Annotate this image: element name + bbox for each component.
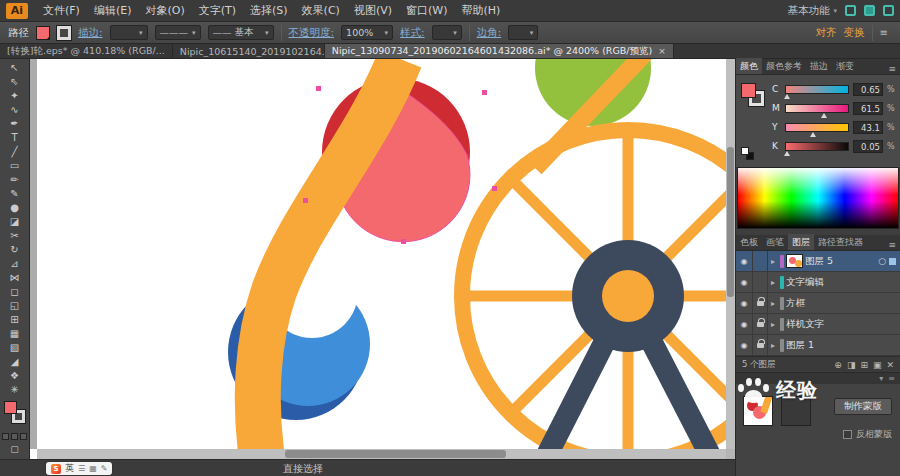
menu-effect[interactable]: 效果(C) [295, 0, 347, 22]
tab-stroke[interactable]: 描边 [806, 58, 832, 74]
tab-layers[interactable]: 图层 [788, 234, 814, 250]
expand-arrow-icon[interactable]: ▸ [768, 278, 778, 287]
type-tool[interactable]: T [1, 131, 29, 145]
workspace-switcher[interactable]: 基本功能▾ [787, 4, 837, 18]
invert-mask-checkbox[interactable] [843, 430, 852, 439]
pen-tool[interactable]: ✒ [1, 117, 29, 131]
horizontal-scrollbar[interactable] [37, 449, 726, 459]
visibility-toggle[interactable]: ◉ [736, 272, 753, 293]
slider-thumb[interactable] [821, 113, 827, 118]
shape-builder-tool[interactable]: ◱ [1, 299, 29, 313]
cs-services-icon[interactable] [883, 5, 894, 16]
tab-swatches[interactable]: 色板 [736, 234, 762, 250]
layer-name[interactable]: 图层 5 [805, 255, 878, 268]
stroke-color-swatch[interactable] [57, 26, 71, 40]
ime-keyboard-icon[interactable]: ▦ [89, 464, 97, 473]
lock-toggle[interactable] [753, 272, 768, 293]
gradient-tool[interactable]: ▧ [1, 341, 29, 355]
panel-menu-icon[interactable]: ≡ [880, 27, 888, 38]
vertical-scrollbar[interactable] [726, 59, 735, 449]
blend-tool[interactable]: ❖ [1, 369, 29, 383]
layer-row[interactable]: ◉ ▸ 图层 1 [736, 335, 900, 356]
scrollbar-thumb[interactable] [285, 450, 505, 458]
yellow-value-field[interactable]: 43.1 [853, 121, 883, 134]
cyan-value-field[interactable]: 0.65 [853, 83, 883, 96]
document-tab[interactable]: [转换]轮.eps* @ 410.18% (RGB/... [0, 44, 173, 58]
menu-file[interactable]: 文件(F) [36, 0, 87, 22]
document-tab[interactable]: Nipic_10615140_2019102164...ai* [173, 44, 325, 58]
scrollbar-thumb[interactable] [727, 147, 734, 297]
opacity-dropdown[interactable]: 100%▾ [341, 25, 393, 40]
line-tool[interactable]: ╱ [1, 145, 29, 159]
draw-behind-icon[interactable] [11, 433, 18, 440]
layer-row[interactable]: ◉ ▸ 文字编辑 [736, 272, 900, 293]
layer-name[interactable]: 样机文字 [786, 318, 900, 331]
scale-tool[interactable]: ⊿ [1, 257, 29, 271]
black-slider[interactable] [785, 142, 849, 151]
expand-arrow-icon[interactable]: ▸ [768, 299, 778, 308]
eyedropper-tool[interactable]: ◢ [1, 355, 29, 369]
scissors-tool[interactable]: ✂ [1, 229, 29, 243]
layer-row[interactable]: ◉ ▸ 样机文字 [736, 314, 900, 335]
hand-tool[interactable]: ✳ [1, 383, 29, 397]
close-icon[interactable]: × [658, 46, 666, 56]
color-spectrum[interactable] [737, 167, 899, 229]
draw-normal-icon[interactable] [2, 433, 9, 440]
selection-tool[interactable]: ↖ [1, 61, 29, 75]
menu-type[interactable]: 文字(T) [192, 0, 243, 22]
corner-dropdown[interactable]: ▾ [508, 25, 538, 40]
ime-mode-toggle[interactable]: 英 [65, 462, 74, 475]
fill-color-swatch[interactable] [36, 26, 50, 40]
magic-wand-tool[interactable]: ✦ [1, 89, 29, 103]
transform-link[interactable]: 变换 [844, 26, 865, 40]
slider-thumb[interactable] [784, 151, 790, 156]
visibility-toggle[interactable]: ◉ [736, 293, 753, 314]
visibility-toggle[interactable]: ◉ [736, 251, 753, 272]
canvas-artwork[interactable] [30, 59, 735, 449]
style-dropdown[interactable]: ▾ [432, 25, 462, 40]
free-transform-tool[interactable]: ◻ [1, 285, 29, 299]
style-link[interactable]: 样式: [400, 26, 425, 40]
chevron-down-icon[interactable]: ▾ [879, 374, 883, 383]
wheel-hub-center[interactable] [602, 270, 654, 322]
expand-arrow-icon[interactable]: ▸ [768, 341, 778, 350]
layer-name[interactable]: 图层 1 [786, 339, 900, 352]
ime-pen-icon[interactable]: ✎ [101, 464, 108, 473]
menu-help[interactable]: 帮助(H) [454, 0, 507, 22]
rectangle-tool[interactable]: ▭ [1, 159, 29, 173]
screen-mode-icon[interactable]: ▢ [10, 444, 19, 454]
menu-view[interactable]: 视图(V) [347, 0, 399, 22]
document-tab-active[interactable]: Nipic_13090734_20190602164601432086.ai* … [325, 44, 674, 58]
layer-row[interactable]: ◉ ▸ 图层 5 ○ [736, 251, 900, 272]
visibility-toggle[interactable]: ◉ [736, 335, 753, 356]
stroke-width-dropdown[interactable]: ▾ [110, 25, 148, 40]
ime-menu-icon[interactable]: ☰ [78, 464, 85, 473]
ime-toolbar[interactable]: S 英 ☰ ▦ ✎ [46, 462, 112, 475]
collapse-panel-icon[interactable]: ◨ [847, 360, 856, 370]
perspective-grid-tool[interactable]: ⊞ [1, 313, 29, 327]
magenta-value-field[interactable]: 61.5 [853, 102, 883, 115]
arrange-documents-icon[interactable] [845, 5, 856, 16]
canvas[interactable] [30, 59, 735, 459]
expand-arrow-icon[interactable]: ▸ [768, 257, 778, 266]
fill-stroke-swatches[interactable] [1, 399, 29, 429]
magenta-slider[interactable] [785, 104, 849, 113]
tab-brushes[interactable]: 画笔 [762, 234, 788, 250]
width-profile-dropdown[interactable]: ——基本▾ [208, 25, 274, 40]
menu-edit[interactable]: 编辑(E) [87, 0, 139, 22]
menu-object[interactable]: 对象(O) [138, 0, 191, 22]
yellow-slider[interactable] [785, 123, 849, 132]
eraser-tool[interactable]: ◪ [1, 215, 29, 229]
panel-menu-icon[interactable]: ≡ [884, 64, 900, 74]
lock-toggle[interactable] [753, 251, 768, 272]
tab-gradient[interactable]: 渐变 [832, 58, 858, 74]
rotate-tool[interactable]: ↻ [1, 243, 29, 257]
new-layer-icon[interactable]: ▣ [873, 360, 882, 370]
tab-pathfinder[interactable]: 路径查找器 [814, 234, 867, 250]
delete-layer-icon[interactable]: ✕ [886, 360, 894, 370]
workspace-grid-icon[interactable] [864, 5, 875, 16]
fill-proxy-swatch[interactable] [741, 83, 756, 98]
make-clip-mask-icon[interactable]: ⊕ [834, 360, 842, 370]
width-tool[interactable]: ⋈ [1, 271, 29, 285]
new-sublayer-icon[interactable]: ⊞ [860, 360, 868, 370]
